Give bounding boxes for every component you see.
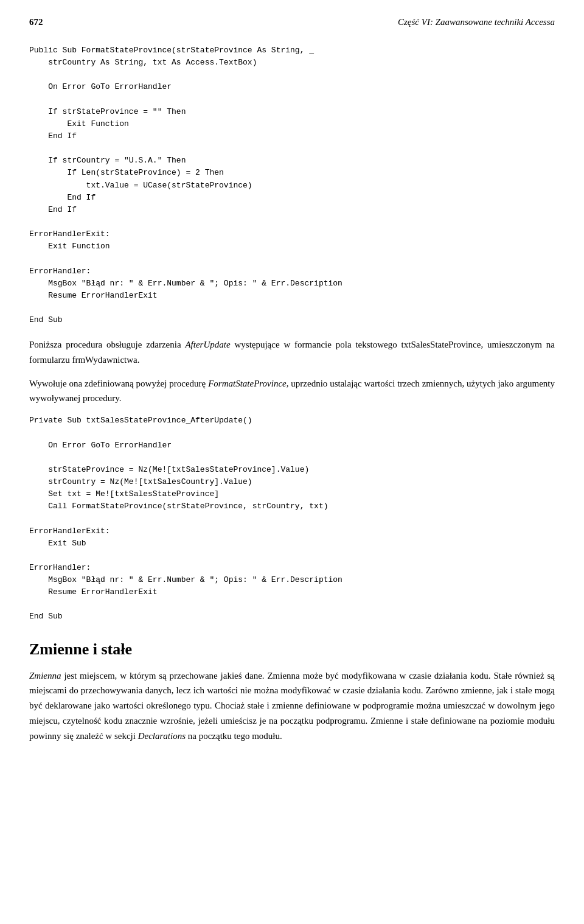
zmienna-italic: Zmienna xyxy=(29,671,61,681)
code-block-2: Private Sub txtSalesStateProvince_AfterU… xyxy=(29,415,555,623)
afterupdate-italic: AfterUpdate xyxy=(185,340,230,349)
section-heading: Zmienne i stałe xyxy=(29,640,555,659)
paragraph-formatstate: Wywołuje ona zdefiniowaną powyżej proced… xyxy=(29,376,555,407)
paragraph-1-text: Poniższa procedura obsługuje zdarzenia A… xyxy=(29,340,555,365)
paragraph-afterupdate: Poniższa procedura obsługuje zdarzenia A… xyxy=(29,337,555,368)
page-header: 672 Część VI: Zaawansowane techniki Acce… xyxy=(29,17,555,27)
paragraph-main-text: jest miejscem, w którym są przechowane j… xyxy=(29,671,555,741)
declarations-italic: Declarations xyxy=(138,731,186,741)
page-container: 672 Część VI: Zaawansowane techniki Acce… xyxy=(0,0,584,924)
chapter-title: Część VI: Zaawansowane techniki Accessa xyxy=(398,17,555,27)
paragraph-main: Zmienna jest miejscem, w którym są przec… xyxy=(29,668,555,744)
page-number: 672 xyxy=(29,17,43,27)
formatstate-italic: FormatStateProvince xyxy=(208,379,287,388)
code-block-1: Public Sub FormatStateProvince(strStateP… xyxy=(29,44,555,326)
paragraph-2-text: Wywołuje ona zdefiniowaną powyżej proced… xyxy=(29,379,555,404)
